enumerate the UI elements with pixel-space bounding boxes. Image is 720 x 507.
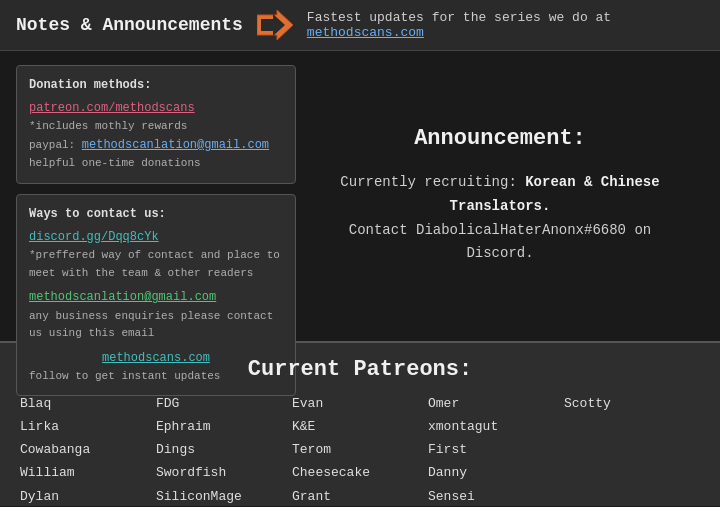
paypal-label: paypal: (29, 139, 82, 151)
list-item: Lirka (20, 417, 156, 437)
list-item: Evan (292, 394, 428, 414)
patreon-col-5: Scotty (564, 394, 700, 507)
announcement-title: Announcement: (414, 126, 586, 151)
website-note: follow to get instant updates (29, 368, 283, 386)
list-item: William (20, 463, 156, 483)
list-item: xmontagut (428, 417, 564, 437)
contact-title: Ways to contact us: (29, 205, 283, 224)
topbar-text: Fastest updates for the series we do at … (307, 10, 704, 40)
list-item: Scotty (564, 394, 700, 414)
list-item: Sensei (428, 487, 564, 507)
paypal-link[interactable]: methodscanlation@gmail.com (82, 138, 269, 152)
page-title: Notes & Announcements (16, 15, 243, 35)
list-item: Cheesecake (292, 463, 428, 483)
topbar-link[interactable]: methodscans.com (307, 25, 424, 40)
discord-note: *preffered way of contact and place to m… (29, 247, 283, 282)
list-item: Dings (156, 440, 292, 460)
patreons-grid: Blaq Lirka Cowabanga William Dylan FDG E… (20, 394, 700, 507)
list-item: SiliconMage (156, 487, 292, 507)
left-panel: Donation methods: patreon.com/methodscan… (16, 65, 296, 327)
list-item: FDG (156, 394, 292, 414)
patreon-link[interactable]: patreon.com/methodscans (29, 101, 195, 115)
list-item: Ephraim (156, 417, 292, 437)
top-bar: Notes & Announcements Fastest updates fo… (0, 0, 720, 51)
website-link[interactable]: methodscans.com (102, 351, 210, 365)
main-content: Donation methods: patreon.com/methodscan… (0, 51, 720, 341)
list-item: Blaq (20, 394, 156, 414)
list-item: Terom (292, 440, 428, 460)
announcement-body: Currently recruiting: Korean & Chinese T… (312, 171, 688, 266)
list-item: Dylan (20, 487, 156, 507)
donation-title: Donation methods: (29, 76, 283, 95)
patreon-col-2: FDG Ephraim Dings Swordfish SiliconMage (156, 394, 292, 507)
patreon-col-3: Evan K&E Terom Cheesecake Grant (292, 394, 428, 507)
announcement-suffix: Contact DiabolicalHaterAnonx#6680 on Dis… (349, 222, 651, 262)
donation-box: Donation methods: patreon.com/methodscan… (16, 65, 296, 184)
patreon-col-1: Blaq Lirka Cowabanga William Dylan (20, 394, 156, 507)
list-item: First (428, 440, 564, 460)
email-note: any business enquiries please contact us… (29, 308, 283, 343)
list-item: Grant (292, 487, 428, 507)
list-item: K&E (292, 417, 428, 437)
list-item: Cowabanga (20, 440, 156, 460)
list-item: Danny (428, 463, 564, 483)
patreon-col-4: Omer xmontagut First Danny Sensei (428, 394, 564, 507)
right-panel: Announcement: Currently recruiting: Kore… (296, 65, 704, 327)
discord-link[interactable]: discord.gg/Dqq8cYk (29, 230, 159, 244)
paypal-note: helpful one-time donations (29, 155, 283, 173)
list-item: Swordfish (156, 463, 292, 483)
arrow-icon (257, 10, 293, 40)
email-link[interactable]: methodscanlation@gmail.com (29, 290, 216, 304)
list-item: Omer (428, 394, 564, 414)
donation-note: *includes mothly rewards (29, 118, 283, 136)
